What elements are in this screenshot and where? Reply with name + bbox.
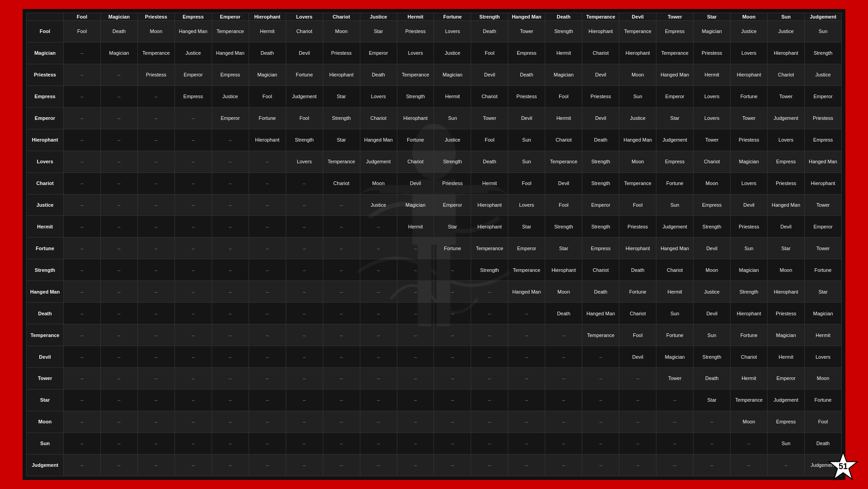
fusion-cell: – bbox=[471, 411, 508, 432]
fusion-cell: – bbox=[360, 368, 397, 389]
fusion-cell: Empress bbox=[805, 129, 842, 151]
fusion-cell: Chariot bbox=[323, 172, 360, 194]
fusion-cell: Priestess bbox=[768, 172, 805, 194]
fusion-cell: – bbox=[545, 454, 582, 476]
fusion-cell: Chariot bbox=[582, 42, 619, 64]
fusion-cell: – bbox=[434, 346, 471, 368]
fusion-cell: Magician bbox=[434, 64, 471, 85]
fusion-cell: Judgement bbox=[656, 129, 693, 151]
fusion-cell: – bbox=[63, 259, 100, 281]
fusion-cell: – bbox=[508, 368, 545, 389]
fusion-cell: Justice bbox=[434, 129, 471, 151]
fusion-cell: – bbox=[434, 368, 471, 389]
fusion-cell: Sun bbox=[434, 107, 471, 129]
fusion-cell: Hierophant bbox=[619, 42, 656, 64]
fusion-cell: Hanged Man bbox=[805, 151, 842, 172]
fusion-cell: Chariot bbox=[397, 151, 434, 172]
col-header-moon: Moon bbox=[731, 13, 768, 21]
fusion-cell: – bbox=[545, 324, 582, 346]
fusion-cell: – bbox=[397, 303, 434, 324]
col-header-hierophant: Hierophant bbox=[249, 13, 286, 21]
fusion-cell: – bbox=[286, 194, 323, 216]
row-label: Star bbox=[27, 389, 64, 411]
fusion-cell: – bbox=[693, 411, 731, 432]
fusion-cell: Judgement bbox=[360, 151, 397, 172]
fusion-cell: Justice bbox=[434, 42, 471, 64]
fusion-cell: – bbox=[545, 389, 582, 411]
fusion-cell: Hierophant bbox=[805, 172, 842, 194]
fusion-cell: Chariot bbox=[545, 129, 582, 151]
fusion-cell: – bbox=[249, 194, 286, 216]
fusion-cell: Justice bbox=[175, 42, 212, 64]
fusion-cell: Emperor bbox=[805, 216, 842, 237]
fusion-cell: – bbox=[545, 368, 582, 389]
fusion-cell: – bbox=[137, 194, 175, 216]
fusion-cell: – bbox=[286, 346, 323, 368]
fusion-cell: Hanged Man bbox=[656, 237, 693, 259]
fusion-cell: – bbox=[582, 346, 619, 368]
row-label: Strength bbox=[27, 259, 64, 281]
fusion-cell: Star bbox=[323, 129, 360, 151]
fusion-cell: – bbox=[286, 432, 323, 454]
fusion-cell: Temperance bbox=[582, 324, 619, 346]
fusion-cell: – bbox=[249, 259, 286, 281]
fusion-cell: Magician bbox=[545, 64, 582, 85]
fusion-cell: Chariot bbox=[619, 303, 656, 324]
fusion-cell: Fool bbox=[471, 129, 508, 151]
table-row: Temperance––––––––––––––TemperanceFoolFo… bbox=[27, 324, 842, 346]
fusion-cell: Temperance bbox=[323, 151, 360, 172]
fusion-cell: – bbox=[63, 324, 100, 346]
fusion-cell: – bbox=[175, 324, 212, 346]
fusion-cell: Star bbox=[545, 237, 582, 259]
fusion-cell: Hierophant bbox=[397, 107, 434, 129]
fusion-cell: – bbox=[249, 151, 286, 172]
fusion-cell: – bbox=[137, 216, 175, 237]
fusion-cell: – bbox=[100, 346, 137, 368]
fusion-cell: Empress bbox=[175, 85, 212, 107]
table-row: Priestess––PriestessEmperorEmpressMagici… bbox=[27, 64, 842, 85]
fusion-cell: Fool bbox=[471, 42, 508, 64]
col-header-fortune: Fortune bbox=[434, 13, 471, 21]
fusion-cell: – bbox=[175, 172, 212, 194]
fusion-cell: – bbox=[323, 432, 360, 454]
fusion-cell: – bbox=[212, 194, 249, 216]
fusion-cell: – bbox=[137, 281, 175, 303]
badge-number: 51 bbox=[839, 462, 848, 471]
fusion-cell: Priestess bbox=[508, 85, 545, 107]
table-row: Magician–MagicianTemperanceJusticeHanged… bbox=[27, 42, 842, 64]
fusion-cell: – bbox=[63, 368, 100, 389]
fusion-cell: Tower bbox=[693, 129, 731, 151]
table-row: Hanged Man––––––––––––Hanged ManMoonDeat… bbox=[27, 281, 842, 303]
fusion-cell: Chariot bbox=[731, 346, 768, 368]
fusion-cell: – bbox=[137, 454, 175, 476]
fusion-cell: – bbox=[323, 237, 360, 259]
fusion-cell: Fortune bbox=[731, 85, 768, 107]
fusion-cell: Devil bbox=[619, 346, 656, 368]
fusion-cell: Sun bbox=[508, 151, 545, 172]
fusion-cell: – bbox=[323, 281, 360, 303]
fusion-cell: Fortune bbox=[619, 281, 656, 303]
fusion-cell: – bbox=[471, 454, 508, 476]
fusion-cell: – bbox=[768, 454, 805, 476]
fusion-cell: Fool bbox=[63, 21, 100, 43]
col-header-strength: Strength bbox=[471, 13, 508, 21]
fusion-cell: Magician bbox=[731, 151, 768, 172]
fusion-cell: Tower bbox=[768, 85, 805, 107]
fusion-cell: – bbox=[137, 432, 175, 454]
col-header-devil: Devil bbox=[619, 13, 656, 21]
fusion-cell: Sun bbox=[508, 129, 545, 151]
col-header-hermit: Hermit bbox=[397, 13, 434, 21]
fusion-cell: Priestess bbox=[323, 42, 360, 64]
fusion-cell: – bbox=[360, 346, 397, 368]
fusion-cell: – bbox=[286, 368, 323, 389]
fusion-cell: – bbox=[286, 259, 323, 281]
fusion-cell: Hierophant bbox=[471, 194, 508, 216]
row-label: Magician bbox=[27, 42, 64, 64]
fusion-cell: – bbox=[397, 346, 434, 368]
fusion-cell: Tower bbox=[805, 237, 842, 259]
fusion-cell: Judgement bbox=[768, 389, 805, 411]
fusion-cell: Hierophant bbox=[582, 21, 619, 43]
fusion-cell: Temperance bbox=[137, 42, 175, 64]
fusion-cell: – bbox=[693, 454, 731, 476]
fusion-cell: – bbox=[175, 237, 212, 259]
